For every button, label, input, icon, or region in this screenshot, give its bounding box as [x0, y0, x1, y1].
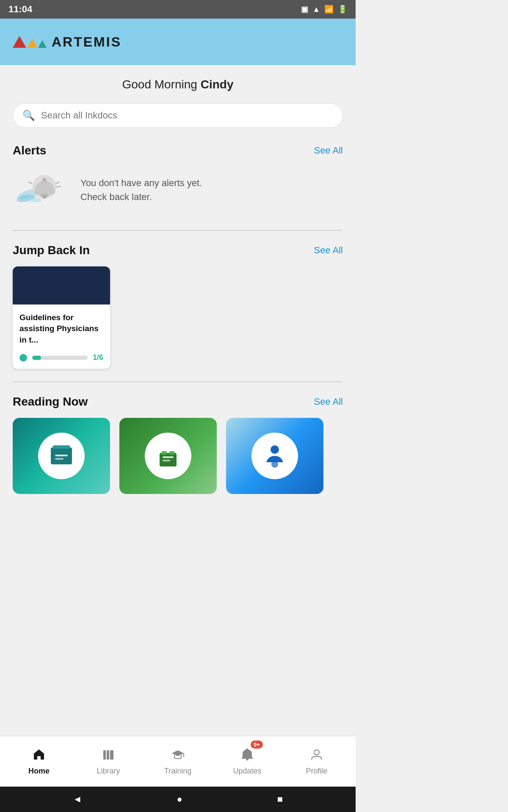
nav-label-profile: Profile	[306, 767, 327, 776]
reading-cards	[13, 418, 343, 494]
svg-rect-5	[43, 178, 46, 181]
sim-icon: ▣	[301, 5, 308, 14]
android-nav: ◄ ● ■	[0, 787, 356, 812]
training-icon	[171, 748, 185, 764]
tri-teal-icon	[38, 40, 47, 48]
greeting-name: Cindy	[201, 78, 234, 91]
nav-item-profile[interactable]: Profile	[282, 736, 351, 787]
progress-row: 1/6	[19, 353, 103, 362]
alerts-section: Alerts See All	[13, 144, 343, 217]
status-bar: 11:04 ▣ ▲ 📶 🔋	[0, 0, 356, 19]
bag-icon	[153, 441, 183, 471]
reading-section: Reading Now See All	[13, 395, 343, 494]
svg-line-10	[28, 182, 32, 184]
jump-section: Jump Back In See All Guidelines for assi…	[13, 244, 343, 369]
doc-card-header	[13, 266, 110, 304]
progress-text: 1/6	[93, 353, 103, 362]
main-content: Good Morning Cindy 🔍 Alerts See All	[0, 65, 356, 736]
card-icon-circle-1	[38, 433, 85, 479]
svg-rect-22	[103, 750, 106, 760]
svg-rect-23	[107, 750, 109, 760]
search-bar[interactable]: 🔍	[13, 103, 343, 128]
battery-icon: 🔋	[338, 5, 347, 14]
tri-yellow-icon	[27, 38, 37, 48]
svg-rect-18	[163, 456, 174, 458]
divider-1	[13, 230, 343, 231]
svg-rect-19	[163, 460, 170, 461]
svg-rect-17	[169, 451, 174, 455]
bell-illustration	[17, 171, 68, 209]
svg-point-27	[246, 748, 248, 750]
alerts-see-all[interactable]: See All	[314, 145, 343, 156]
reading-card-3[interactable]	[226, 418, 323, 494]
updates-icon	[240, 748, 254, 764]
bottom-nav: Home Library Training	[0, 736, 356, 787]
inbox-icon	[47, 441, 76, 471]
svg-rect-12	[53, 445, 70, 449]
nav-item-training[interactable]: Training	[143, 736, 213, 787]
nav-label-updates: Updates	[233, 767, 261, 776]
progress-bar-bg	[32, 356, 88, 360]
doc-title: Guidelines for assisting Physicians in t…	[19, 312, 103, 346]
home-icon	[32, 748, 46, 764]
progress-dot-icon	[19, 354, 27, 362]
jump-see-all[interactable]: See All	[314, 245, 343, 256]
wifi-person-icon	[260, 441, 290, 471]
nav-item-library[interactable]: Library	[74, 736, 143, 787]
doc-card-body: Guidelines for assisting Physicians in t…	[13, 304, 110, 369]
progress-bar-fill	[32, 356, 41, 360]
logo-icon	[13, 36, 47, 48]
logo-container: ARTEMIS	[13, 34, 121, 50]
alerts-header: Alerts See All	[13, 144, 343, 157]
svg-point-7	[43, 195, 46, 199]
alerts-empty-state: You don't have any alerts yet.Check back…	[13, 167, 343, 217]
reading-title: Reading Now	[13, 395, 88, 409]
recents-button[interactable]: ■	[277, 794, 283, 805]
nav-item-home[interactable]: Home	[4, 736, 74, 787]
back-button[interactable]: ◄	[73, 794, 82, 805]
logo-text: ARTEMIS	[52, 34, 121, 50]
tri-red-icon	[13, 36, 26, 48]
status-icons: ▣ ▲ 📶 🔋	[301, 5, 347, 14]
doc-card[interactable]: Guidelines for assisting Physicians in t…	[13, 266, 110, 369]
wifi-icon: ▲	[312, 5, 320, 14]
nav-label-home: Home	[28, 767, 50, 776]
svg-point-20	[271, 445, 279, 454]
svg-rect-14	[55, 458, 64, 460]
card-icon-circle-2	[145, 433, 191, 479]
reading-header: Reading Now See All	[13, 395, 343, 409]
svg-point-21	[271, 461, 278, 468]
signal-icon: 📶	[324, 5, 334, 14]
svg-rect-24	[110, 750, 113, 760]
nav-item-updates[interactable]: 9+ Updates	[213, 736, 282, 787]
greeting-prefix: Good Morning	[122, 78, 201, 91]
svg-rect-13	[55, 455, 68, 456]
svg-rect-26	[246, 759, 248, 760]
library-icon	[102, 748, 115, 764]
jump-header: Jump Back In See All	[13, 244, 343, 257]
alerts-empty-text: You don't have any alerts yet.Check back…	[80, 176, 202, 204]
status-time: 11:04	[8, 4, 32, 15]
search-icon: 🔍	[22, 110, 35, 121]
jump-title: Jump Back In	[13, 244, 90, 257]
card-icon-circle-3	[251, 433, 298, 479]
app-header: ARTEMIS	[0, 19, 356, 65]
home-button[interactable]: ●	[177, 794, 182, 805]
nav-label-training: Training	[164, 767, 191, 776]
divider-2	[13, 381, 343, 382]
search-input[interactable]	[41, 110, 333, 121]
reading-see-all[interactable]: See All	[314, 396, 343, 407]
svg-line-9	[57, 187, 61, 187]
alerts-title: Alerts	[13, 144, 46, 157]
profile-icon	[310, 748, 323, 764]
svg-point-28	[314, 750, 319, 755]
reading-card-2[interactable]	[119, 418, 217, 494]
nav-label-library: Library	[97, 767, 120, 776]
svg-line-8	[56, 182, 59, 184]
svg-rect-16	[162, 451, 167, 455]
greeting: Good Morning Cindy	[13, 78, 343, 91]
updates-badge: 9+	[251, 741, 263, 749]
reading-card-1[interactable]	[13, 418, 110, 494]
